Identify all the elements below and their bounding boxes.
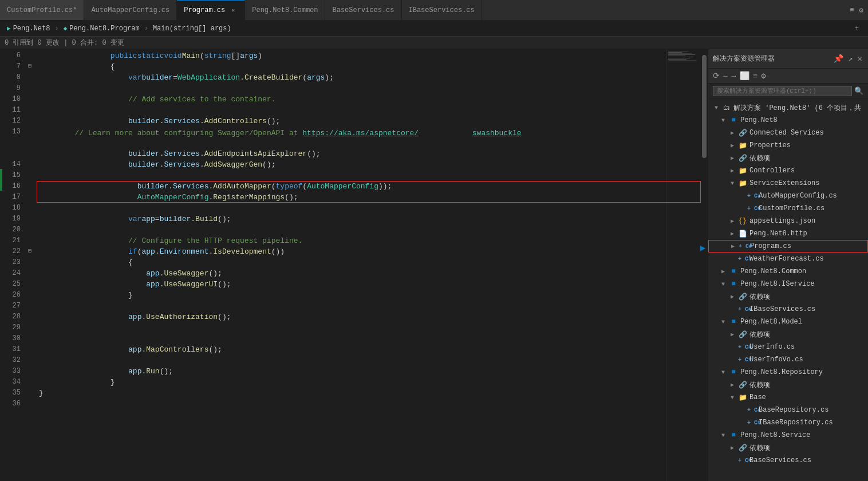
tree-item-appsettings[interactable]: ▶ {} appsettings.json (708, 215, 868, 227)
se-settings-icon[interactable]: ⚙ (761, 71, 766, 81)
tree-item-deps-model[interactable]: ▶ 🔗 依赖项 (708, 328, 868, 341)
tree-item-repository[interactable]: ▼ ■ Peng.Net8.Repository (708, 366, 868, 379)
change-indicator-col (0, 49, 2, 481)
tree-label: ServiceExtensions (749, 179, 819, 187)
tab-ibaseservices[interactable]: IBaseServices.cs (402, 0, 482, 20)
tree-label: 依赖项 (749, 330, 770, 340)
cs-file-icon: + C# (738, 256, 747, 262)
tab-baseservices[interactable]: BaseServices.cs (325, 0, 401, 20)
tree-item-deps-repository[interactable]: ▶ 🔗 依赖项 (708, 379, 868, 391)
collapse-23[interactable]: ⊟ (25, 245, 34, 256)
code-line-20: var app = builder.Build(); (34, 214, 701, 224)
tab-automapperconfig[interactable]: AutoMapperConfig.cs (84, 0, 177, 20)
tree-item-base-folder[interactable]: ▼ 📁 Base (708, 391, 868, 404)
se-refresh-icon[interactable]: ⬜ (740, 71, 749, 81)
se-search-icon[interactable]: 🔍 (854, 86, 863, 96)
se-filter-icon[interactable]: ≡ (753, 72, 757, 81)
se-pin-icon[interactable]: 📌 (833, 53, 845, 65)
project-icon: ■ (729, 431, 738, 439)
se-forward-icon[interactable]: → (731, 72, 736, 81)
collapse-7[interactable]: ⊟ (25, 60, 34, 71)
tab-label: BaseServices.cs (332, 6, 394, 14)
tree-item-controllers[interactable]: ▶ 📁 Controllers (708, 164, 868, 177)
tree-item-iservice[interactable]: ▼ ■ Peng.Net8.IService (708, 278, 868, 290)
tab-common[interactable]: Peng.Net8.Common (245, 0, 325, 20)
breadcrumb: ▶ Peng.Net8 › ◆ Peng.Net8.Program › Main… (0, 21, 868, 37)
se-sync-icon[interactable]: ⟳ (713, 71, 720, 81)
breadcrumb-project[interactable]: ▶ Peng.Net8 (5, 23, 52, 34)
cs-file-icon: + C# (747, 193, 756, 199)
chevron-right-icon: ▶ (729, 167, 736, 174)
tab-customeprofile[interactable]: CustomProfile.cs* (0, 0, 84, 20)
tree-item-common[interactable]: ▶ ■ Peng.Net8.Common (708, 265, 868, 278)
tree-item-deps1[interactable]: ▶ 🔗 依赖项 (708, 152, 868, 164)
folder-icon: 📁 (738, 393, 747, 402)
no-arrow (738, 206, 745, 212)
tree-item-pengnet8http[interactable]: ▶ 📄 Peng.Net8.http (708, 227, 868, 240)
no-arrow (729, 357, 736, 363)
tree-item-ibaserepository[interactable]: + C# IBaseRepository.cs (708, 416, 868, 429)
editor-scroll-area[interactable]: 6 7 8 9 10 11 12 13 14 15 16 17 18 19 20 (0, 49, 708, 481)
se-expand-icon[interactable]: ↗ (847, 53, 854, 65)
tree-item-connected-services[interactable]: ▶ 🔗 Connected Services (708, 127, 868, 139)
tree-item-ibaseservices[interactable]: + C# IBaseServices.cs (708, 303, 868, 316)
scrollbar-thumb[interactable] (702, 55, 707, 158)
code-line-29: app.UseAuthorization(); (34, 312, 701, 322)
tree-item-deps-service[interactable]: ▶ 🔗 依赖项 (708, 441, 868, 454)
tab-close-icon[interactable]: ✕ (228, 6, 238, 15)
cs-file-icon: + C# (747, 206, 756, 212)
tree-item-model[interactable]: ▼ ■ Peng.Net8.Model (708, 316, 868, 328)
tree-item-properties[interactable]: ▶ 📁 Properties (708, 139, 868, 152)
tree-item-pengnet8[interactable]: ▼ ■ Peng.Net8 (708, 114, 868, 127)
breadcrumb-method[interactable]: Main(string[] args) (151, 23, 234, 34)
code-line-6: public static void Main(string[] args) (34, 50, 701, 61)
no-arrow (729, 256, 736, 262)
chevron-right-icon: ▶ (729, 129, 736, 136)
se-search-input[interactable] (713, 86, 852, 96)
tree-item-service[interactable]: ▼ ■ Peng.Net8.Service (708, 429, 868, 441)
chevron-down-icon: ▼ (729, 180, 736, 187)
se-tree[interactable]: ▼ 🗂 解决方案 'Peng.Net8' (6 个项目，共 ▼ ■ Peng.N… (708, 99, 868, 481)
tree-item-userinfovo[interactable]: + C# UserInfoVo.cs (708, 353, 868, 366)
tab-program[interactable]: Program.cs ✕ (177, 0, 245, 20)
chevron-down-icon: ▼ (713, 105, 720, 111)
project-icon: ■ (729, 267, 738, 275)
tree-item-programcs[interactable]: ▶ + C# Program.cs (708, 240, 868, 253)
chevron-down-icon: ▼ (729, 395, 736, 401)
folder-icon: 📁 (738, 141, 747, 150)
se-header: 解决方案资源管理器 📌 ↗ ✕ (708, 49, 868, 69)
project-icon: ■ (729, 280, 738, 288)
tree-item-baseservices[interactable]: + C# BaseServices.cs (708, 454, 868, 467)
cs-file-icon: + C# (738, 344, 747, 350)
tab-overflow-icon[interactable]: ≡ (850, 6, 854, 14)
editor-scrollbar[interactable]: ▶ (701, 49, 708, 481)
code-line-31 (34, 333, 701, 344)
tree-item-automapperconfig[interactable]: + C# AutoMapperConfig.cs (708, 190, 868, 202)
no-arrow (738, 420, 745, 426)
tree-item-customprofile[interactable]: + C# CustomProfile.cs (708, 202, 868, 215)
tab-settings-icon[interactable]: ⚙ (859, 6, 863, 15)
tree-solution-root[interactable]: ▼ 🗂 解决方案 'Peng.Net8' (6 个项目，共 (708, 101, 868, 114)
tree-label: Peng.Net8.Model (740, 318, 802, 326)
se-close-icon[interactable]: ✕ (857, 53, 863, 65)
tree-item-deps-iservice[interactable]: ▶ 🔗 依赖项 (708, 290, 868, 303)
chevron-right-icon: ▶ (729, 155, 736, 161)
change-saved-indicator (0, 169, 2, 191)
deps-icon: 🔗 (738, 154, 747, 163)
tree-label: 依赖项 (749, 292, 770, 302)
tree-item-weatherforecast[interactable]: + C# WeatherForecast.cs (708, 253, 868, 265)
tree-item-baserepository[interactable]: + C# BaseRepository.cs (708, 404, 868, 416)
minimap (666, 49, 701, 481)
folder-icon: 📁 (738, 167, 747, 175)
code-line-8: var builder = WebApplication.CreateBuild… (34, 72, 701, 83)
add-line-icon[interactable]: + (855, 25, 859, 33)
code-editor[interactable]: public static void Main(string[] args) {… (34, 49, 701, 481)
tree-label: WeatherForecast.cs (749, 255, 824, 263)
code-line-10: // Add services to the container. (34, 94, 701, 105)
tree-item-serviceextensions[interactable]: ▼ 📁 ServiceExtensions (708, 177, 868, 190)
se-back-icon[interactable]: ← (723, 72, 728, 81)
line-numbers: 6 7 8 9 10 11 12 13 14 15 16 17 18 19 20 (2, 49, 25, 481)
tree-item-userinfo[interactable]: + C# UserInfo.cs (708, 341, 868, 353)
breadcrumb-namespace[interactable]: ◆ Peng.Net8.Program (61, 23, 142, 34)
main-area: 6 7 8 9 10 11 12 13 14 15 16 17 18 19 20 (0, 49, 868, 481)
